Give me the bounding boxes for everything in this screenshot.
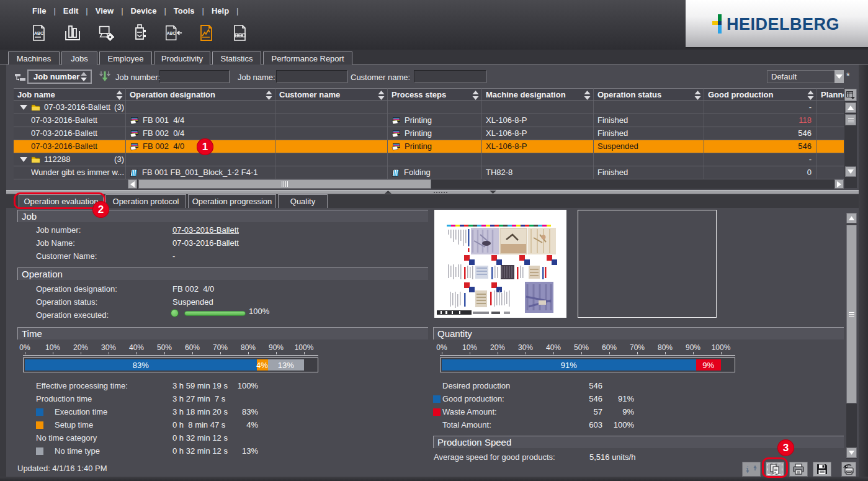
job-name-filter-input[interactable] xyxy=(276,70,347,83)
tab-statistics[interactable]: Statistics xyxy=(212,52,261,65)
panel-splitter[interactable] xyxy=(6,190,859,194)
combo-dropdown-button[interactable] xyxy=(834,70,844,83)
table-header-row: Job nameOperation designationCustomer na… xyxy=(14,88,844,101)
job-group-row[interactable]: 07-03-2016-Ballett(3)- xyxy=(14,101,844,114)
job-number-link[interactable]: 07-03-2016-Ballett xyxy=(172,223,239,236)
printing-icon xyxy=(391,143,401,151)
process-step-text: Folding xyxy=(404,166,431,179)
view-preset-combo[interactable]: Default xyxy=(767,70,844,83)
scale-tick-label: 0% xyxy=(436,343,447,352)
menu-separator: | xyxy=(236,6,238,16)
export-button[interactable] xyxy=(841,462,856,477)
scale-tick xyxy=(248,352,249,354)
sheet-preview-back[interactable] xyxy=(578,210,717,318)
sort-icon[interactable] xyxy=(116,91,123,101)
job-group-row[interactable]: 112288(3)- xyxy=(14,153,844,166)
table-scroll-left-button[interactable] xyxy=(128,179,137,189)
detail-vscrollbar-thumb[interactable] xyxy=(846,225,857,403)
column-header-operation-designation[interactable]: Operation designation xyxy=(126,88,275,101)
tab-jobs[interactable]: Jobs xyxy=(61,52,97,65)
navigate-button[interactable] xyxy=(742,462,761,477)
sort-direction-icon[interactable] xyxy=(99,71,110,83)
menu-bar: File| Edit| View| Device| Tools| Help| xyxy=(25,4,239,17)
column-header-customer-name[interactable]: Customer name xyxy=(275,88,388,101)
scale-tick xyxy=(192,352,193,354)
cell-customer-name xyxy=(275,101,388,114)
triangle-down-icon xyxy=(849,451,854,455)
tab-operation-progression[interactable]: Operation progression xyxy=(188,194,276,208)
process-chain-icon[interactable] xyxy=(231,23,249,43)
counter-stacker-icon[interactable] xyxy=(63,23,82,43)
menu-view[interactable]: View xyxy=(88,6,121,16)
device-settings-icon[interactable] xyxy=(97,23,115,43)
quantity-value: 603 xyxy=(545,418,602,431)
table-scroll-right-button[interactable] xyxy=(834,179,844,189)
job-number-filter-input[interactable] xyxy=(159,70,230,83)
process-step-text: Printing xyxy=(405,114,432,127)
job-row[interactable]: 07-03-2016-BallettFB 001 4/4PrintingXL-1… xyxy=(14,114,844,127)
column-header-process-steps[interactable]: Process steps xyxy=(388,88,482,101)
menu-device[interactable]: Device xyxy=(123,6,164,16)
table-hscrollbar-thumb[interactable] xyxy=(138,179,431,189)
sort-icon[interactable] xyxy=(472,91,479,101)
tab-quality[interactable]: Quality xyxy=(278,194,328,208)
job-row[interactable]: Wunder gibt es immer w...FB 001 FB_001_B… xyxy=(14,166,844,179)
annotation-step-3: 3 xyxy=(777,439,794,456)
sort-icon[interactable] xyxy=(378,91,385,101)
expander-icon[interactable] xyxy=(20,157,27,162)
menu-edit[interactable]: Edit xyxy=(56,6,86,16)
table-scroll-down-button[interactable] xyxy=(845,166,856,177)
tab-productivity[interactable]: Productivity xyxy=(154,52,210,65)
icon-toolbar: ABC xyxy=(30,22,249,43)
time-row-setup: Setup time 0 h 8 min 47 s 4% xyxy=(17,418,428,431)
column-header-planned[interactable]: Planned xyxy=(817,88,844,101)
table-vscrollbar-thumb[interactable] xyxy=(845,114,856,125)
tab-operation-protocol[interactable]: Operation protocol xyxy=(105,194,186,208)
group-by-selector[interactable]: Job number xyxy=(27,70,92,84)
performance-report-icon[interactable] xyxy=(197,23,216,43)
sort-icon[interactable] xyxy=(694,91,701,101)
column-header-job-name[interactable]: Job name xyxy=(14,88,126,101)
press-unit-icon[interactable] xyxy=(130,23,149,43)
group-tree-icon[interactable] xyxy=(15,73,26,82)
job-row[interactable]: 07-03-2016-BallettFB 002 4/0PrintingXL-1… xyxy=(14,140,844,153)
view-preset-value: Default xyxy=(767,70,834,83)
sort-icon[interactable] xyxy=(584,91,591,101)
menu-tools[interactable]: Tools xyxy=(166,6,202,16)
cell-machine-designation xyxy=(482,153,594,166)
sort-icon[interactable] xyxy=(266,91,272,101)
menu-help[interactable]: Help xyxy=(204,6,236,16)
executed-status-icon xyxy=(171,309,179,317)
quantity-axis-line xyxy=(440,355,735,356)
sort-icon[interactable] xyxy=(807,91,814,101)
job-import-icon[interactable]: ABC xyxy=(164,23,182,43)
customer-name-filter-input[interactable] xyxy=(414,70,486,83)
save-button[interactable] xyxy=(813,462,831,477)
scale-tick xyxy=(25,352,25,354)
time-label: No time category xyxy=(36,431,97,444)
expander-icon[interactable] xyxy=(20,105,27,110)
tab-performance-report[interactable]: Performance Report xyxy=(263,52,352,65)
cell-good-production: - xyxy=(704,101,817,114)
column-chooser-button[interactable] xyxy=(844,89,857,101)
scale-tick-label: 70% xyxy=(630,343,645,352)
detail-scroll-down-button[interactable] xyxy=(846,447,857,458)
tab-machines[interactable]: Machines xyxy=(8,52,60,65)
cell-operation-status: Finished xyxy=(594,114,704,127)
jobs-table: Job nameOperation designationCustomer na… xyxy=(14,88,844,179)
menu-file[interactable]: File xyxy=(25,6,53,16)
table-scroll-up-button[interactable] xyxy=(845,102,856,113)
sheet-preview-front[interactable] xyxy=(434,210,566,318)
detail-scroll-up-button[interactable] xyxy=(846,213,857,223)
job-row[interactable]: 07-03-2016-BallettFB 002 0/4PrintingXL-1… xyxy=(14,127,844,140)
scale-tick xyxy=(498,352,498,354)
scale-tick-label: 30% xyxy=(518,343,533,352)
tab-employee[interactable]: Employee xyxy=(99,52,152,65)
printing-icon xyxy=(391,130,401,138)
column-header-good-production[interactable]: Good production xyxy=(704,88,817,101)
job-report-icon[interactable]: ABC xyxy=(30,23,48,43)
print-button[interactable] xyxy=(789,462,808,477)
column-header-operation-status[interactable]: Operation status xyxy=(594,88,704,101)
column-header-machine-designation[interactable]: Machine designation xyxy=(482,88,594,101)
job-number-row: Job number: 07-03-2016-Ballett xyxy=(17,223,428,236)
